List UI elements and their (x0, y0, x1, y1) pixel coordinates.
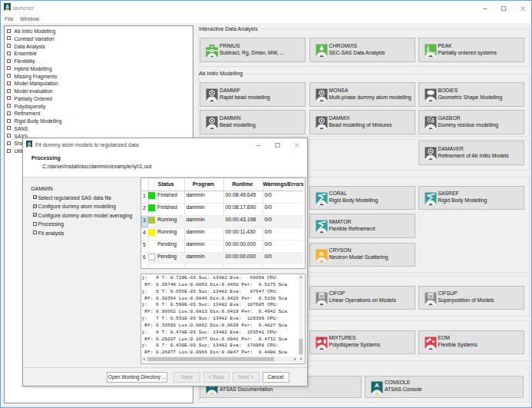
svg-text:N: N (319, 250, 324, 257)
svg-text:M: M (428, 293, 432, 298)
svg-text:A: A (375, 382, 379, 389)
svg-text:M: M (319, 293, 323, 298)
